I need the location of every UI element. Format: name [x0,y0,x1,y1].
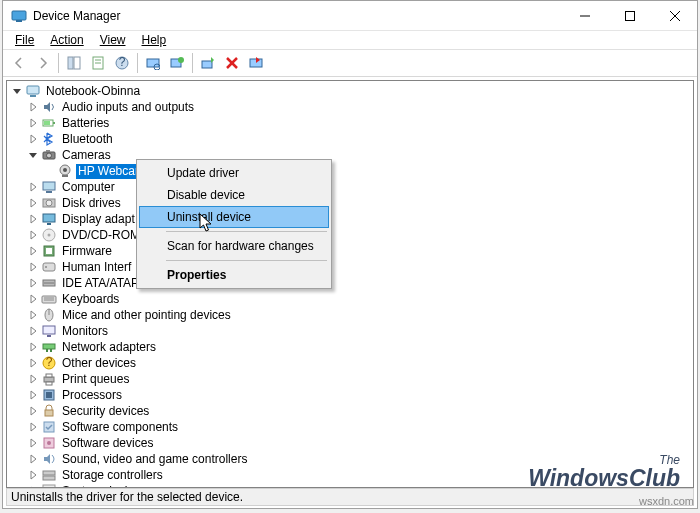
tree-item[interactable]: Human Interf [9,259,693,275]
expand-toggle[interactable] [25,339,41,355]
expand-toggle[interactable] [25,387,41,403]
cpu-icon [41,387,57,403]
context-item[interactable]: Uninstall device [139,206,329,228]
webcam-icon [57,163,73,179]
tree-label: Computer [60,180,117,195]
expand-toggle[interactable] [25,99,41,115]
tree-item[interactable]: Computer [9,179,693,195]
tree-label: Sound, video and game controllers [60,452,249,467]
maximize-button[interactable] [607,1,652,31]
expand-toggle[interactable] [25,435,41,451]
tree-item[interactable]: Software components [9,419,693,435]
tree-item[interactable]: Keyboards [9,291,693,307]
tree-item[interactable]: Software devices [9,435,693,451]
expand-toggle[interactable] [25,227,41,243]
tree-item[interactable]: Print queues [9,371,693,387]
toolbar-separator [58,53,59,73]
expand-toggle[interactable] [25,307,41,323]
tree-item[interactable]: Batteries [9,115,693,131]
scan-hardware-button[interactable] [142,52,164,74]
tree-item[interactable]: System devices [9,483,693,487]
expand-toggle[interactable] [25,291,41,307]
other-icon: ? [41,355,57,371]
help-button[interactable]: ? [111,52,133,74]
svg-rect-63 [45,410,53,416]
tree-item[interactable]: Network adapters [9,339,693,355]
tree-item[interactable]: Disk drives [9,195,693,211]
content-pane: Notebook-ObinnaAudio inputs and outputsB… [3,77,697,508]
menubar: File Action View Help [3,31,697,50]
expand-toggle[interactable] [25,451,41,467]
tree-item[interactable]: Processors [9,387,693,403]
tree-label: Disk drives [60,196,123,211]
monitor-icon [41,323,57,339]
tree-item[interactable]: DVD/CD-ROM [9,227,693,243]
expand-toggle[interactable] [25,403,41,419]
tree-item[interactable]: HP Webcam [9,163,693,179]
display-icon [41,211,57,227]
expand-toggle[interactable] [25,179,41,195]
expand-toggle[interactable] [25,323,41,339]
tree-item[interactable]: Audio inputs and outputs [9,99,693,115]
tree-item[interactable]: Firmware [9,243,693,259]
tree-label: IDE ATA/ATAP. [60,276,143,291]
disable-button[interactable] [245,52,267,74]
tree-item[interactable]: ?Other devices [9,355,693,371]
svg-rect-62 [46,392,52,398]
tree-item[interactable]: Display adapt [9,211,693,227]
tree-label: Notebook-Obinna [44,84,142,99]
svg-rect-25 [44,121,50,125]
expand-toggle[interactable] [25,355,41,371]
expand-toggle[interactable] [25,195,41,211]
tree-root[interactable]: Notebook-Obinna [9,83,693,99]
tree-item[interactable]: Cameras [9,147,693,163]
add-legacy-button[interactable] [166,52,188,74]
expand-toggle[interactable] [25,467,41,483]
menu-view[interactable]: View [92,32,134,48]
minimize-button[interactable] [562,1,607,31]
context-item[interactable]: Scan for hardware changes [139,235,329,257]
update-driver-button[interactable] [197,52,219,74]
forward-button[interactable] [32,52,54,74]
expand-toggle[interactable] [25,275,41,291]
expand-toggle[interactable] [9,83,25,99]
context-item[interactable]: Update driver [139,162,329,184]
device-tree[interactable]: Notebook-ObinnaAudio inputs and outputsB… [7,81,693,487]
properties-button[interactable] [87,52,109,74]
back-button[interactable] [8,52,30,74]
tree-item[interactable]: Security devices [9,403,693,419]
tree-item[interactable]: Bluetooth [9,131,693,147]
expand-toggle[interactable] [25,211,41,227]
svg-rect-22 [30,95,36,97]
security-icon [41,403,57,419]
context-item[interactable]: Disable device [139,184,329,206]
expand-toggle[interactable] [25,371,41,387]
tree-item[interactable]: Sound, video and game controllers [9,451,693,467]
expand-toggle[interactable] [25,147,41,163]
svg-point-16 [178,57,184,63]
expand-toggle[interactable] [25,483,41,487]
tree-item[interactable]: Mice and other pointing devices [9,307,693,323]
show-hide-tree-button[interactable] [63,52,85,74]
tree-item[interactable]: Monitors [9,323,693,339]
context-menu: Update driverDisable deviceUninstall dev… [136,159,332,289]
context-item[interactable]: Properties [139,264,329,286]
expand-toggle[interactable] [25,259,41,275]
menu-file[interactable]: File [7,32,42,48]
printer-icon [41,371,57,387]
svg-rect-51 [43,326,55,334]
ide-icon [41,275,57,291]
uninstall-button[interactable] [221,52,243,74]
menu-help[interactable]: Help [134,32,175,48]
expand-toggle[interactable] [25,419,41,435]
toolbar: ? [3,50,697,77]
expand-toggle[interactable] [25,131,41,147]
svg-rect-7 [74,57,80,69]
close-button[interactable] [652,1,697,31]
menu-action[interactable]: Action [42,32,91,48]
tree-item[interactable]: Storage controllers [9,467,693,483]
tree-label: Network adapters [60,340,158,355]
expand-toggle[interactable] [25,115,41,131]
expand-toggle[interactable] [25,243,41,259]
tree-item[interactable]: IDE ATA/ATAP. [9,275,693,291]
